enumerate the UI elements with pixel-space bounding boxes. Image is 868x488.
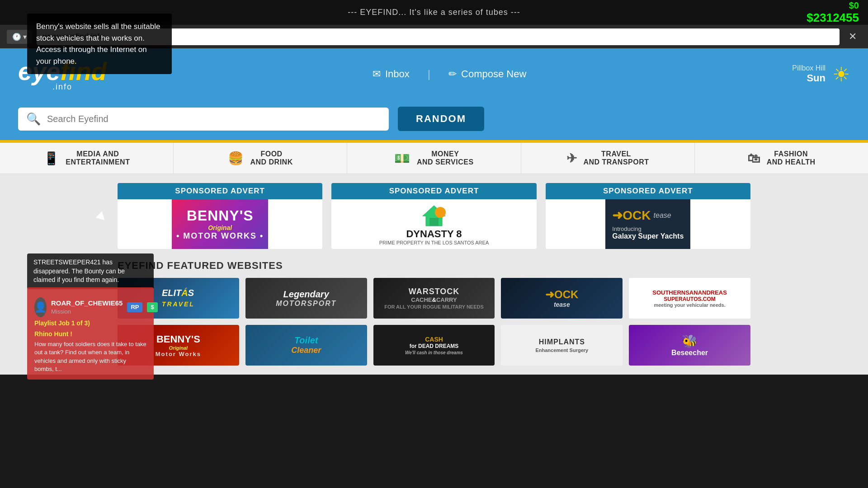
bennys-ad-content: BENNY'S Original • MOTOR WORKS •: [172, 199, 268, 249]
elitas-label: ELITÁSTRAVEL: [162, 288, 195, 309]
bennys2-label: BENNY'S Original Motor Works: [152, 330, 205, 361]
beseecher-label: 🐝 Beseecher: [668, 330, 712, 361]
ad-docktease[interactable]: SPONSORED ADVERT ➜OCK tease Introducing …: [546, 183, 750, 249]
cat-fashion[interactable]: 🛍 FASHIONAND HEALTH: [695, 143, 868, 174]
cash-label: CASH for DEAD DREAMS We'll cash in those…: [402, 333, 466, 358]
cat-money[interactable]: 💵 MONEYAND SERVICES: [347, 143, 521, 174]
weather-day: Sun: [792, 72, 826, 84]
random-button[interactable]: RANDOM: [398, 107, 484, 131]
close-button[interactable]: ✕: [844, 29, 861, 44]
featured-docktease2[interactable]: ➜OCK tease: [501, 278, 623, 319]
cat-food-label: FOODAND DRINK: [250, 150, 292, 166]
search-bar[interactable]: 🔍: [18, 108, 389, 131]
money-icon: 💵: [394, 151, 410, 166]
money-top: $0: [849, 0, 859, 11]
rp-badge: RP: [127, 302, 142, 312]
ad-dynasty8[interactable]: SPONSORED ADVERT DYNASTY 8 PRIME PROPERT…: [331, 183, 536, 249]
travel-icon: ✈: [566, 151, 577, 166]
cat-fashion-label: FASHIONAND HEALTH: [767, 150, 816, 166]
cat-media-label: MEDIA ANDENTERTAINMENT: [66, 150, 130, 166]
svg-rect-1: [429, 218, 439, 226]
ad-docktease-label: SPONSORED ADVERT: [546, 183, 750, 199]
cat-media[interactable]: 📱 MEDIA ANDENTERTAINMENT: [0, 143, 174, 174]
player-info: ROAR_OF_CHEWIE65 Mission: [51, 298, 123, 316]
southern-label: SOUTHERNSANANDREAS SUPERAUTOS.COM meetin…: [650, 286, 730, 310]
cat-food[interactable]: 🍔 FOODAND DRINK: [174, 143, 347, 174]
sponsored-row: SPONSORED ADVERT BENNY'S Original • MOTO…: [118, 183, 750, 249]
player-name: ROAR_OF_CHEWIE65: [51, 298, 123, 308]
category-nav: 📱 MEDIA ANDENTERTAINMENT 🍔 FOODAND DRINK…: [0, 143, 868, 174]
search-section: 🔍 RANDOM: [0, 100, 868, 140]
player-row: 👤 ROAR_OF_CHEWIE65 Mission RP $: [34, 297, 146, 317]
him-label: HIMPLANTS Enhancement Surgery: [532, 334, 592, 357]
ad-bennys-label: SPONSORED ADVERT: [118, 183, 322, 199]
tooltip-text: Benny's website sells all the suitable s…: [36, 22, 160, 66]
history-icon: 🕐: [12, 33, 21, 41]
search-input[interactable]: [47, 114, 381, 124]
fashion-icon: 🛍: [747, 151, 760, 166]
mission-title: Rhino Hunt !: [34, 330, 146, 339]
ad-dynasty8-image: DYNASTY 8 PRIME PROPERTY IN THE LOS SANT…: [331, 199, 536, 249]
food-icon: 🍔: [228, 151, 244, 166]
ad-dynasty8-label: SPONSORED ADVERT: [331, 183, 536, 199]
inbox-icon: ✉: [373, 68, 381, 80]
weather-location: Pillbox Hill Sun: [792, 64, 826, 84]
compose-link[interactable]: ✏ Compose New: [448, 68, 526, 80]
dynasty8-house-icon: [420, 203, 448, 228]
logo-domain: .info: [52, 82, 72, 92]
warstock-label: WARSTOCK CACHE&CARRY FOR ALL YOUR ROGUE …: [382, 284, 486, 312]
docktease-content: ➜OCK tease Introducing Galaxy Super Yach…: [605, 199, 690, 249]
media-icon: 📱: [43, 151, 60, 166]
ad-bennys-image: BENNY'S Original • MOTOR WORKS •: [118, 199, 322, 249]
dropdown-icon: ▾: [23, 33, 27, 41]
nav-divider: |: [428, 68, 430, 80]
search-icon: 🔍: [26, 112, 41, 126]
featured-cash[interactable]: CASH for DEAD DREAMS We'll cash in those…: [373, 325, 495, 366]
dynasty8-content: DYNASTY 8 PRIME PROPERTY IN THE LOS SANT…: [376, 199, 492, 249]
cat-travel-label: TRAVELAND TRANSPORT: [583, 150, 649, 166]
featured-grid: ELITÁSTRAVEL Legendary MOTORSPORT WARSTO…: [118, 278, 750, 366]
benny-tooltip: Benny's website sells all the suitable s…: [27, 14, 172, 74]
player-avatar: 👤: [34, 297, 47, 317]
mission-notification: 👤 ROAR_OF_CHEWIE65 Mission RP $ Playlist…: [27, 287, 154, 380]
money-display: $0 $2312455: [807, 0, 859, 25]
featured-title: EYEFIND FEATURED WEBSITES: [118, 260, 750, 272]
cat-travel[interactable]: ✈ TRAVELAND TRANSPORT: [521, 143, 695, 174]
legendary-label: Legendary MOTORSPORT: [272, 286, 340, 311]
svg-point-2: [435, 207, 446, 218]
bounty-notification: STREETSWEEPER421 has disappeared. The Bo…: [27, 253, 154, 289]
bounty-text: STREETSWEEPER421 has disappeared. The Bo…: [33, 258, 125, 283]
mission-playlist: Playlist Job 1 of 3): [34, 319, 146, 328]
ad-bennys[interactable]: SPONSORED ADVERT BENNY'S Original • MOTO…: [118, 183, 322, 249]
featured-him[interactable]: HIMPLANTS Enhancement Surgery: [501, 325, 623, 366]
inbox-link[interactable]: ✉ Inbox: [373, 68, 410, 80]
cash-badge: $: [147, 302, 157, 312]
featured-warstock[interactable]: WARSTOCK CACHE&CARRY FOR ALL YOUR ROGUE …: [373, 278, 495, 319]
docktease2-label: ➜OCK tease: [542, 285, 582, 312]
nav-links: ✉ Inbox | ✏ Compose New: [134, 68, 765, 80]
close-icon: ✕: [849, 31, 857, 42]
inbox-label: Inbox: [385, 68, 410, 80]
featured-toilet[interactable]: Toilet Cleaner: [245, 325, 367, 366]
featured-southern[interactable]: SOUTHERNSANANDREAS SUPERAUTOS.COM meetin…: [629, 278, 750, 319]
toilet-label: Toilet Cleaner: [288, 332, 325, 359]
player-rank: Mission: [51, 308, 123, 316]
money-bottom: $2312455: [807, 11, 859, 25]
ad-docktease-image: ➜OCK tease Introducing Galaxy Super Yach…: [546, 199, 750, 249]
marquee-text: --- EYEFIND... It's like a series of tub…: [348, 8, 520, 17]
compose-label: Compose New: [461, 68, 526, 80]
compose-icon: ✏: [448, 68, 457, 80]
weather-city: Pillbox Hill: [792, 64, 826, 72]
cat-money-label: MONEYAND SERVICES: [417, 150, 474, 166]
featured-legendary[interactable]: Legendary MOTORSPORT: [245, 278, 367, 319]
weather-sun-icon: ☀: [832, 63, 850, 86]
mission-description: How many foot soldiers does it take to t…: [34, 340, 146, 373]
featured-beseecher[interactable]: 🐝 Beseecher: [629, 325, 750, 366]
weather-widget: Pillbox Hill Sun ☀: [792, 63, 850, 86]
